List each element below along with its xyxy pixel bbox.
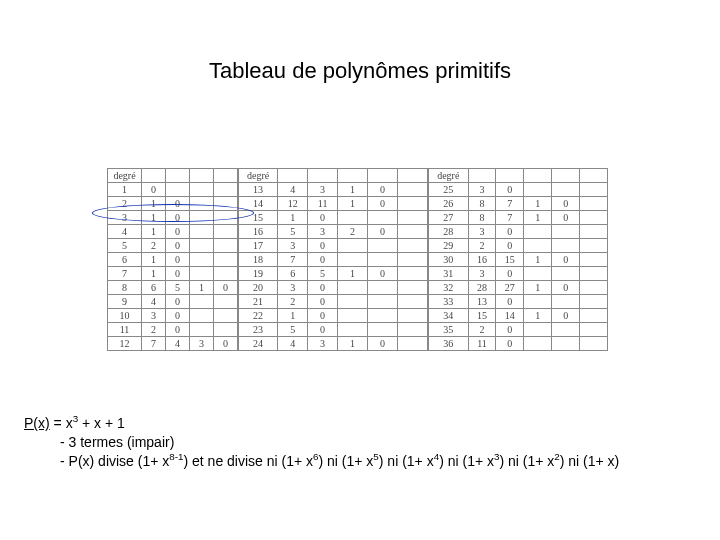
coef-cell [368,239,398,253]
coef-cell: 0 [308,253,338,267]
col-header [214,169,238,183]
table-row: 210 [108,197,238,211]
col-header [468,169,496,183]
coef-cell: 0 [166,211,190,225]
degree-cell: 29 [429,239,469,253]
coef-cell: 7 [142,337,166,351]
table-row: 310 [108,211,238,225]
degree-cell: 19 [239,267,278,281]
degree-cell: 3 [108,211,142,225]
note-line-1: P(x) = x3 + x + 1 [24,414,619,433]
coef-cell [397,225,427,239]
coef-cell: 4 [278,337,308,351]
degree-cell: 22 [239,309,278,323]
degree-cell: 24 [239,337,278,351]
coef-cell [214,183,238,197]
degree-cell: 23 [239,323,278,337]
table-row: 14121110 [239,197,428,211]
degree-cell: 5 [108,239,142,253]
coef-cell [368,211,398,225]
table-row: 2530 [429,183,608,197]
coef-cell [397,267,427,281]
coef-cell [190,253,214,267]
coef-cell [524,323,552,337]
table-row: 1120 [108,323,238,337]
coef-cell: 2 [278,295,308,309]
coef-cell: 0 [368,267,398,281]
coef-cell: 5 [278,323,308,337]
col-header [368,169,398,183]
notes: P(x) = x3 + x + 1 - 3 termes (impair) - … [24,414,619,471]
coef-cell [580,267,608,281]
coef-cell: 0 [552,281,580,295]
coef-cell [580,253,608,267]
coef-cell: 11 [308,197,338,211]
coef-cell: 1 [142,197,166,211]
coef-cell [338,295,368,309]
coef-cell: 6 [142,281,166,295]
table-row: 3130 [429,267,608,281]
coef-cell: 0 [308,295,338,309]
coef-cell [214,197,238,211]
coef-cell [552,183,580,197]
coef-cell: 1 [338,183,368,197]
coef-cell: 0 [142,183,166,197]
degree-cell: 27 [429,211,469,225]
table-block-2: degré 1343101412111015101653201730187019… [238,168,428,351]
coef-cell [397,239,427,253]
degree-cell: 15 [239,211,278,225]
coef-cell [190,309,214,323]
coef-cell: 28 [468,281,496,295]
coef-cell [580,239,608,253]
table-row: 1730 [239,239,428,253]
coef-cell: 0 [496,225,524,239]
exp: 8-1 [169,451,183,462]
coef-cell: 8 [468,197,496,211]
degree-cell: 16 [239,225,278,239]
coef-cell: 3 [468,225,496,239]
degree-cell: 10 [108,309,142,323]
coef-cell [397,309,427,323]
coef-cell: 0 [166,225,190,239]
coef-cell: 1 [142,211,166,225]
degree-cell: 4 [108,225,142,239]
coef-cell [580,337,608,351]
coef-cell: 2 [338,225,368,239]
coef-cell: 0 [308,323,338,337]
table-row: 278710 [429,211,608,225]
col-header [496,169,524,183]
table-row: 2830 [429,225,608,239]
coef-cell: 0 [308,281,338,295]
coef-cell: 7 [496,211,524,225]
coef-cell: 5 [308,267,338,281]
coef-cell [524,267,552,281]
coef-cell [524,183,552,197]
coef-cell: 0 [166,239,190,253]
coef-cell: 0 [552,309,580,323]
degree-cell: 25 [429,183,469,197]
coef-cell: 1 [524,211,552,225]
degree-cell: 8 [108,281,142,295]
table-row: 1510 [239,211,428,225]
coef-cell: 0 [166,253,190,267]
coef-cell: 3 [308,337,338,351]
coef-cell: 0 [368,197,398,211]
table-row: 3520 [429,323,608,337]
degree-cell: 13 [239,183,278,197]
col-header-degree: degré [239,169,278,183]
coef-cell: 0 [496,295,524,309]
coef-cell: 0 [308,239,338,253]
col-header [278,169,308,183]
coef-cell: 3 [468,183,496,197]
coef-cell: 2 [468,239,496,253]
coef-cell: 0 [496,239,524,253]
txt: ) ni (1+ x [319,453,374,469]
coef-cell: 8 [468,211,496,225]
coef-cell: 1 [524,309,552,323]
coef-cell: 13 [468,295,496,309]
table-row: 196510 [239,267,428,281]
coef-cell [524,239,552,253]
coef-cell [214,295,238,309]
coef-cell [580,225,608,239]
coef-cell: 2 [142,323,166,337]
